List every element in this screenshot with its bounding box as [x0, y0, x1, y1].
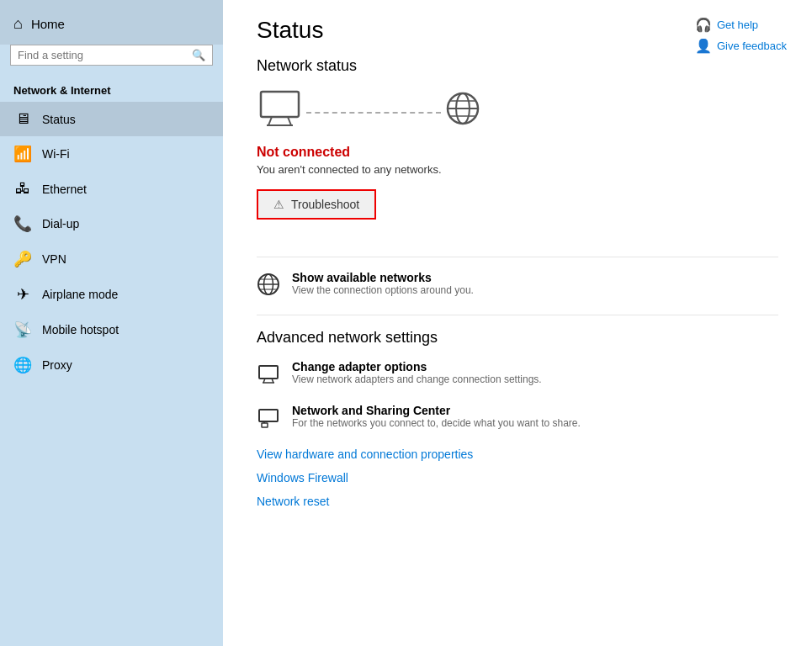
get-help-icon: 🎧 [695, 17, 712, 33]
sidebar-item-label: Ethernet [42, 183, 87, 196]
firewall-link[interactable]: Windows Firewall [257, 471, 778, 484]
svg-rect-20 [262, 423, 268, 427]
vpn-icon: 🔑 [13, 250, 32, 268]
sharing-icon [257, 405, 280, 434]
sharing-center-text: Network and Sharing Center For the netwo… [292, 404, 581, 429]
sidebar-item-label: Proxy [42, 358, 72, 372]
sidebar-item-label: Wi-Fi [42, 147, 70, 161]
sidebar-item-dialup[interactable]: 📞 Dial-up [0, 206, 223, 241]
sidebar-item-wifi[interactable]: 📶 Wi-Fi [0, 136, 223, 172]
search-box[interactable]: 🔍 [10, 45, 213, 66]
sidebar-item-label: Airplane mode [42, 288, 118, 301]
network-status-title: Network status [257, 57, 778, 75]
search-icon: 🔍 [192, 49, 205, 61]
sidebar-item-airplane[interactable]: ✈ Airplane mode [0, 277, 223, 312]
search-input[interactable] [18, 49, 192, 61]
status-icon: 🖥 [13, 110, 32, 128]
sharing-center-option[interactable]: Network and Sharing Center For the netwo… [257, 404, 778, 434]
feedback-icon: 👤 [695, 38, 712, 54]
main-content: 🎧 Get help 👤 Give feedback Status Networ… [223, 0, 812, 646]
give-feedback-item[interactable]: 👤 Give feedback [695, 38, 787, 54]
hotspot-icon: 📡 [13, 320, 32, 339]
home-label: Home [31, 17, 65, 31]
sidebar-item-status[interactable]: 🖥 Status [0, 102, 223, 136]
dialup-icon: 📞 [13, 214, 32, 233]
show-networks-icon [257, 273, 280, 301]
troubleshoot-button[interactable]: ⚠ Troubleshoot [257, 189, 376, 220]
change-adapter-option[interactable]: Change adapter options View network adap… [257, 360, 778, 390]
troubleshoot-label: Troubleshoot [291, 198, 359, 211]
change-adapter-title: Change adapter options [292, 360, 542, 373]
change-adapter-desc: View network adapters and change connect… [292, 373, 542, 385]
show-networks-text: Show available networks View the connect… [292, 271, 474, 296]
globe-icon [444, 90, 481, 135]
show-networks-desc: View the connection options around you. [292, 284, 474, 296]
sidebar-home[interactable]: ⌂ Home [0, 0, 223, 45]
svg-line-2 [288, 117, 291, 125]
home-icon: ⌂ [13, 15, 23, 33]
advanced-title: Advanced network settings [257, 329, 778, 347]
divider2 [257, 315, 778, 315]
sharing-center-title: Network and Sharing Center [292, 404, 581, 417]
get-help-link[interactable]: Get help [717, 19, 758, 31]
airplane-icon: ✈ [13, 285, 32, 304]
sidebar-item-label: Dial-up [42, 217, 79, 230]
sidebar-item-proxy[interactable]: 🌐 Proxy [0, 347, 223, 383]
help-panel: 🎧 Get help 👤 Give feedback [695, 17, 787, 54]
sidebar-item-ethernet[interactable]: 🖧 Ethernet [0, 172, 223, 206]
ethernet-icon: 🖧 [13, 180, 32, 198]
get-help-item[interactable]: 🎧 Get help [695, 17, 787, 33]
sidebar-item-label: Status [42, 113, 76, 126]
sidebar-item-vpn[interactable]: 🔑 VPN [0, 241, 223, 277]
reset-link[interactable]: Network reset [257, 495, 778, 508]
not-connected-label: Not connected [257, 145, 778, 160]
svg-line-1 [268, 117, 272, 125]
divider [257, 257, 778, 257]
hardware-link[interactable]: View hardware and connection properties [257, 447, 778, 461]
network-dashed-line [306, 112, 441, 114]
sidebar: ⌂ Home 🔍 Network & Internet 🖥 Status 📶 W… [0, 0, 223, 646]
adapter-icon [257, 362, 280, 390]
sidebar-item-hotspot[interactable]: 📡 Mobile hotspot [0, 312, 223, 347]
svg-rect-18 [259, 410, 278, 421]
warning-icon: ⚠ [273, 198, 284, 211]
computer-icon [257, 88, 303, 136]
not-connected-sub: You aren't connected to any networks. [257, 163, 778, 176]
give-feedback-link[interactable]: Give feedback [717, 40, 787, 52]
svg-rect-0 [261, 92, 299, 117]
sharing-center-desc: For the networks you connect to, decide … [292, 417, 581, 429]
proxy-icon: 🌐 [13, 356, 32, 374]
sidebar-section-title: Network & Internet [0, 74, 223, 102]
show-networks-option[interactable]: Show available networks View the connect… [257, 271, 778, 301]
wifi-icon: 📶 [13, 145, 32, 163]
sidebar-item-label: Mobile hotspot [42, 323, 119, 336]
change-adapter-text: Change adapter options View network adap… [292, 360, 542, 385]
show-networks-title: Show available networks [292, 271, 474, 284]
svg-rect-14 [259, 366, 278, 379]
network-diagram [257, 88, 778, 136]
sidebar-item-label: VPN [42, 252, 66, 266]
